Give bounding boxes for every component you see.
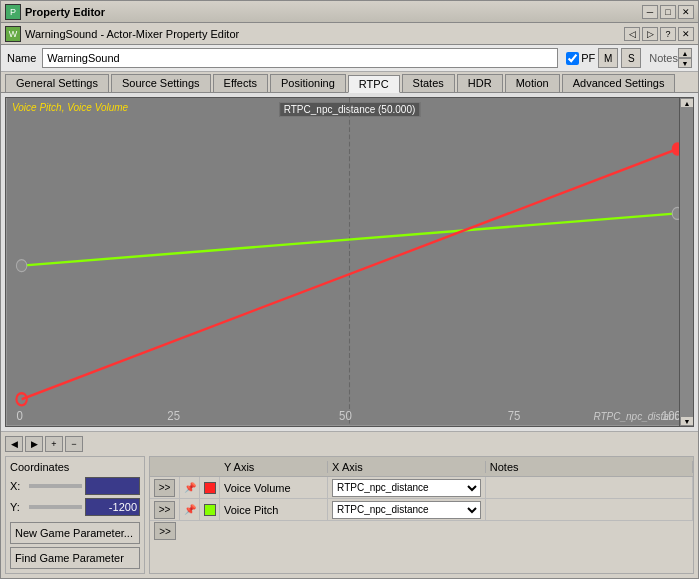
row2-pin-cell: 📌 — [180, 499, 200, 520]
coord-y-slider[interactable] — [29, 505, 82, 509]
rtpc-col-x-axis: X Axis — [328, 461, 486, 473]
rtpc-add-row: >> — [150, 521, 693, 541]
svg-line-8 — [22, 213, 678, 265]
title-bar: P Property Editor ─ □ ✕ — [1, 1, 698, 23]
tab-states[interactable]: States — [402, 74, 455, 92]
name-row: Name PF M S Notes ▲ ▼ — [1, 45, 698, 72]
row1-x-axis-select[interactable]: RTPC_npc_distance — [332, 479, 481, 497]
title-bar-buttons: ─ □ ✕ — [642, 5, 694, 19]
scroll-up-button[interactable]: ▲ — [678, 48, 692, 58]
tab-advanced[interactable]: Advanced Settings — [562, 74, 676, 92]
coord-x-row: X: — [10, 477, 140, 495]
svg-text:75: 75 — [508, 408, 521, 423]
svg-text:0: 0 — [16, 408, 22, 423]
nav-remove-button[interactable]: − — [65, 436, 83, 452]
row2-y-axis-cell: Voice Pitch — [220, 499, 328, 520]
rtpc-col-notes: Notes — [486, 461, 693, 473]
tab-hdr[interactable]: HDR — [457, 74, 503, 92]
tab-source[interactable]: Source Settings — [111, 74, 211, 92]
tab-bar: General Settings Source Settings Effects… — [1, 72, 698, 93]
table-row: >> 📌 Voice Pitch RTPC — [150, 499, 693, 521]
rtpc-table-header: Y Axis X Axis Notes — [150, 457, 693, 477]
row1-y-axis-cell: Voice Volume — [220, 477, 328, 498]
rtpc-add-button[interactable]: >> — [154, 522, 176, 540]
nav-bar: ◀ ▶ + − — [5, 436, 694, 452]
row1-color-cell — [200, 477, 220, 498]
coordinates-panel: Coordinates X: Y: New Game Parameter... … — [5, 456, 145, 574]
tab-positioning[interactable]: Positioning — [270, 74, 346, 92]
content-area: Voice Pitch, Voice Volume RTPC_npc_dista… — [1, 93, 698, 578]
coord-buttons: New Game Parameter... Find Game Paramete… — [10, 522, 140, 569]
row2-pin-icon: 📌 — [184, 504, 196, 515]
sub-title-bar: W WarningSound - Actor-Mixer Property Ed… — [1, 23, 698, 45]
bottom-controls: ◀ ▶ + − Coordinates X: Y: — [1, 431, 698, 578]
sub-btn-1[interactable]: ◁ — [624, 27, 640, 41]
table-row: >> 📌 Voice Volume RTP — [150, 477, 693, 499]
row1-notes-cell — [486, 477, 693, 498]
svg-point-9 — [16, 260, 26, 272]
name-input[interactable] — [42, 48, 558, 68]
row2-color-cell — [200, 499, 220, 520]
rtpc-col-y-axis: Y Axis — [220, 461, 328, 473]
sub-close-button[interactable]: ✕ — [678, 27, 694, 41]
minimize-button[interactable]: ─ — [642, 5, 658, 19]
row2-arrow-button[interactable]: >> — [154, 501, 175, 519]
s-button[interactable]: S — [621, 48, 641, 68]
scroll-right: ▲ ▼ — [678, 48, 692, 68]
chart-x-axis-label: RTPC_npc_distance — [593, 411, 685, 422]
rtpc-table: Y Axis X Axis Notes >> 📌 — [149, 456, 694, 574]
nav-prev-button[interactable]: ◀ — [5, 436, 23, 452]
sub-app-icon: W — [5, 26, 21, 42]
maximize-button[interactable]: □ — [660, 5, 676, 19]
pf-checkbox[interactable] — [566, 52, 579, 65]
coord-y-row: Y: — [10, 498, 140, 516]
svg-text:25: 25 — [167, 408, 180, 423]
sub-btn-2[interactable]: ▷ — [642, 27, 658, 41]
coord-y-input[interactable] — [85, 498, 140, 516]
nav-next-button[interactable]: ▶ — [25, 436, 43, 452]
row2-color-box — [204, 504, 216, 516]
coord-x-input[interactable] — [85, 477, 140, 495]
window-title: Property Editor — [25, 6, 642, 18]
row2-x-axis-cell[interactable]: RTPC_npc_distance — [328, 499, 486, 520]
m-button[interactable]: M — [598, 48, 618, 68]
tab-rtpc[interactable]: RTPC — [348, 75, 400, 93]
row1-pin-icon: 📌 — [184, 482, 196, 493]
scroll-down-button[interactable]: ▼ — [678, 58, 692, 68]
row1-y-axis-label: Voice Volume — [224, 482, 291, 494]
row1-arrow-button[interactable]: >> — [154, 479, 175, 497]
coord-x-slider[interactable] — [29, 484, 82, 488]
property-editor-window: P Property Editor ─ □ ✕ W WarningSound -… — [0, 0, 699, 579]
chart-svg: 0 25 50 75 100 — [6, 98, 693, 426]
new-game-param-button[interactable]: New Game Parameter... — [10, 522, 140, 544]
row2-arrow-cell: >> — [150, 499, 180, 520]
row2-notes-cell — [486, 499, 693, 520]
app-icon: P — [5, 4, 21, 20]
row2-y-axis-label: Voice Pitch — [224, 504, 278, 516]
tab-motion[interactable]: Motion — [505, 74, 560, 92]
sub-btn-3[interactable]: ? — [660, 27, 676, 41]
row1-arrow-cell: >> — [150, 477, 180, 498]
pf-label: PF — [581, 52, 595, 64]
sub-title-buttons: ◁ ▷ ? ✕ — [624, 27, 694, 41]
chart-scroll-down[interactable]: ▼ — [680, 416, 694, 426]
chart-area: Voice Pitch, Voice Volume RTPC_npc_dista… — [5, 97, 694, 427]
tab-effects[interactable]: Effects — [213, 74, 268, 92]
row2-x-axis-select[interactable]: RTPC_npc_distance — [332, 501, 481, 519]
coord-x-label: X: — [10, 480, 26, 492]
notes-label: Notes — [649, 52, 678, 64]
row1-pin-cell: 📌 — [180, 477, 200, 498]
pf-checkbox-group: PF — [566, 52, 595, 65]
row1-x-axis-cell[interactable]: RTPC_npc_distance — [328, 477, 486, 498]
chart-scroll-up[interactable]: ▲ — [680, 98, 694, 108]
close-button[interactable]: ✕ — [678, 5, 694, 19]
svg-text:50: 50 — [339, 408, 352, 423]
row1-color-box — [204, 482, 216, 494]
nav-add-button[interactable]: + — [45, 436, 63, 452]
name-label: Name — [7, 52, 36, 64]
coord-title: Coordinates — [10, 461, 140, 473]
bottom-main: Coordinates X: Y: New Game Parameter... … — [5, 456, 694, 574]
find-game-param-button[interactable]: Find Game Parameter — [10, 547, 140, 569]
tab-general[interactable]: General Settings — [5, 74, 109, 92]
sub-window-title: WarningSound - Actor-Mixer Property Edit… — [25, 28, 624, 40]
